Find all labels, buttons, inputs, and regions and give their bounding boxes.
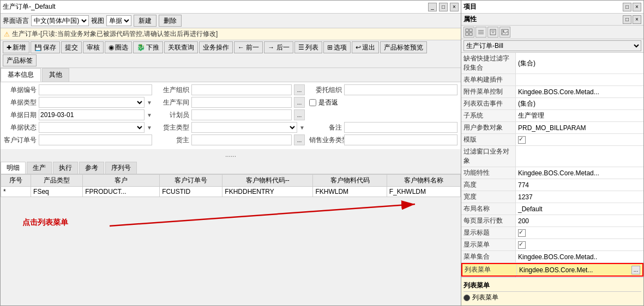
prop-value[interactable]: _Default bbox=[516, 203, 643, 215]
prop-value[interactable]: 生产管理 bbox=[516, 110, 643, 121]
right-maximize-btn[interactable]: □ bbox=[623, 3, 631, 11]
select-btn[interactable]: ◉圈选 bbox=[105, 41, 132, 53]
props-maximize-btn[interactable]: □ bbox=[623, 15, 631, 24]
remark-input[interactable] bbox=[344, 122, 458, 133]
close-button[interactable]: × bbox=[450, 3, 459, 11]
props-close-btn[interactable]: × bbox=[633, 15, 641, 24]
prop-name: 布局名称 bbox=[461, 203, 516, 215]
radio-list-menu[interactable] bbox=[464, 295, 470, 301]
bill-date-label: 单据日期 bbox=[4, 111, 37, 120]
props-tool-btn-2[interactable] bbox=[476, 27, 486, 38]
props-object-select[interactable]: 生产订单-Bill bbox=[464, 40, 641, 51]
lang-select[interactable]: 中文(简体/中国) bbox=[31, 15, 89, 26]
bill-no-input[interactable] bbox=[39, 84, 152, 95]
biz-op-btn[interactable]: 业务操作 bbox=[199, 41, 233, 53]
cell-fkhddhentry: FKHDDHENTRY bbox=[222, 187, 313, 197]
prop-value[interactable]: Kingdee.BOS.Core.Metad... bbox=[516, 167, 643, 179]
exit-btn[interactable]: ↩退出 bbox=[352, 41, 379, 53]
workshop-pick-btn[interactable]: ... bbox=[294, 97, 305, 108]
svg-rect-4 bbox=[466, 33, 468, 35]
show-menu-checkbox[interactable] bbox=[518, 241, 526, 249]
workshop-input[interactable] bbox=[191, 97, 292, 108]
prop-value[interactable] bbox=[516, 74, 643, 85]
label-btn[interactable]: 产品标签 bbox=[3, 54, 37, 66]
prop-value[interactable]: PRD_MO_BILLPARAM bbox=[516, 122, 643, 133]
props-toolbar bbox=[461, 26, 643, 39]
filter-icon bbox=[489, 28, 497, 36]
view-select[interactable]: 单据 bbox=[106, 15, 131, 26]
prop-value[interactable]: 774 bbox=[516, 179, 643, 191]
subtab-detail[interactable]: 明细 bbox=[1, 162, 26, 174]
prop-value[interactable]: (集合) bbox=[516, 53, 643, 74]
prop-value[interactable]: Kingdee.BOS.Core.Met... ... bbox=[517, 264, 642, 276]
is-return-label: 是否返 bbox=[309, 98, 338, 107]
subtab-execution[interactable]: 执行 bbox=[53, 162, 78, 174]
image-icon bbox=[501, 28, 509, 36]
form-row-bill-type: 单据类型 ▼ bbox=[4, 97, 152, 108]
cust-order-input[interactable] bbox=[39, 134, 152, 145]
options-btn[interactable]: ⊞选项 bbox=[323, 41, 351, 53]
col-cust-item-code1: 客户物料代码-- bbox=[222, 175, 313, 187]
list-btn[interactable]: ☰列表 bbox=[294, 41, 322, 53]
bill-type-select[interactable] bbox=[39, 97, 145, 108]
review-btn[interactable]: 审核 bbox=[83, 41, 104, 53]
bill-status-select[interactable] bbox=[39, 122, 145, 133]
template-checkbox[interactable] bbox=[518, 136, 526, 144]
prop-value[interactable]: 1237 bbox=[516, 191, 643, 203]
planner-input[interactable] bbox=[191, 109, 292, 120]
org-pick-btn[interactable]: ... bbox=[294, 84, 305, 95]
form-row-org: 生产组织 ... bbox=[157, 84, 305, 95]
owner-label: 货主 bbox=[157, 136, 189, 145]
assoc-query-btn[interactable]: 关联查询 bbox=[164, 41, 198, 53]
planner-label: 计划员 bbox=[157, 111, 189, 120]
right-close-btn[interactable]: × bbox=[633, 3, 641, 11]
prop-value[interactable]: (集合) bbox=[516, 98, 643, 109]
props-tool-btn-3[interactable] bbox=[487, 27, 498, 38]
form-row-sales-biz-type: 销售业务类型 bbox=[309, 134, 458, 145]
owner-type-label: 货主类型 bbox=[157, 123, 189, 132]
props-tool-btn-1[interactable] bbox=[464, 27, 474, 38]
owner-type-select[interactable] bbox=[191, 122, 297, 133]
prop-value[interactable] bbox=[516, 146, 643, 167]
subtab-reference[interactable]: 参考 bbox=[79, 162, 104, 174]
tab-basic-info[interactable]: 基本信息 bbox=[1, 68, 41, 82]
entrust-org-input[interactable] bbox=[344, 84, 458, 95]
is-return-checkbox[interactable] bbox=[309, 99, 316, 106]
subtab-production[interactable]: 生产 bbox=[27, 162, 52, 174]
prop-row-feature: 功能特性 Kingdee.BOS.Core.Metad... bbox=[461, 167, 643, 179]
owner-pick-btn[interactable]: ... bbox=[294, 134, 305, 145]
cust-order-label: 客户订单号 bbox=[4, 136, 37, 145]
add-btn[interactable]: ✚新增 bbox=[3, 41, 29, 53]
owner-input[interactable] bbox=[191, 134, 292, 145]
org-input[interactable] bbox=[191, 84, 292, 95]
list-menu-edit-btn[interactable]: ... bbox=[631, 266, 640, 274]
sales-biz-type-input[interactable] bbox=[344, 134, 458, 145]
subtab-serial[interactable]: 序列号 bbox=[105, 162, 137, 174]
warning-text: 生产订单-[只读:当前业务对象已被源代码管控,请确认签出后再进行修改] bbox=[12, 29, 218, 39]
prop-value[interactable]: 200 bbox=[516, 215, 643, 227]
form-row-remark: 备注 bbox=[309, 122, 458, 133]
subtabs-row: 明细 生产 执行 参考 序列号 bbox=[1, 162, 461, 174]
delete-button[interactable]: 删除 bbox=[159, 15, 182, 27]
show-title-checkbox[interactable] bbox=[518, 229, 526, 237]
owner-type-dropdown-icon: ▼ bbox=[299, 125, 305, 131]
label-preview-btn[interactable]: 产品标签预览 bbox=[380, 41, 427, 53]
save-btn[interactable]: 💾保存 bbox=[31, 41, 60, 53]
prev-btn[interactable]: ← 前一 bbox=[234, 41, 263, 53]
prop-name: 列表菜单 bbox=[462, 264, 517, 276]
push-down-btn[interactable]: 🐉下推 bbox=[133, 41, 163, 53]
props-tool-btn-4[interactable] bbox=[499, 27, 510, 38]
tab-other[interactable]: 其他 bbox=[42, 68, 69, 82]
right-title-bar: 项目 □ × bbox=[461, 1, 643, 14]
planner-pick-btn[interactable]: ... bbox=[294, 109, 305, 120]
minimize-button[interactable]: _ bbox=[428, 3, 437, 11]
prop-value[interactable]: Kingdee.BOS.Core.Metad.. bbox=[516, 251, 643, 262]
prop-row-attachment-menu: 附件菜单控制 Kingdee.BOS.Core.Metad... bbox=[461, 86, 643, 98]
prop-value[interactable]: Kingdee.BOS.Core.Metad... bbox=[516, 86, 643, 97]
maximize-button[interactable]: □ bbox=[439, 3, 448, 11]
bill-date-input[interactable] bbox=[39, 109, 145, 120]
prop-value bbox=[516, 134, 643, 145]
new-button[interactable]: 新建 bbox=[134, 15, 157, 27]
next-btn[interactable]: → 后一 bbox=[264, 41, 293, 53]
submit-btn[interactable]: 提交 bbox=[61, 41, 82, 53]
